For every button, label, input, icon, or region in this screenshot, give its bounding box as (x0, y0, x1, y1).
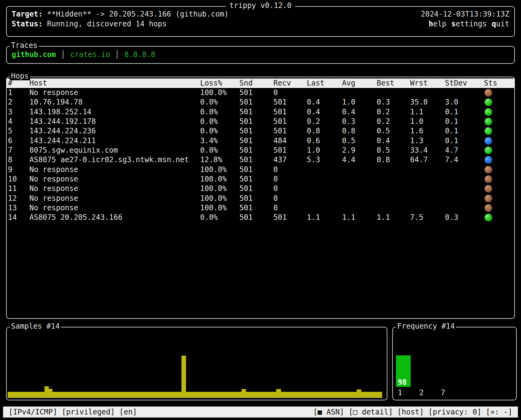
hop-14-avg: 1.1 (342, 213, 377, 222)
hop-row-3[interactable]: 3143.198.252.140.0%5015010.40.40.21.10.1 (7, 107, 514, 117)
hop-12-best (377, 194, 410, 203)
hop-14-last: 1.1 (307, 213, 342, 222)
hop-10-best (377, 174, 410, 184)
app-title: trippy v0.12.0 (226, 1, 295, 10)
hop-row-4[interactable]: 4143.244.192.1780.0%5015010.20.30.21.00.… (7, 117, 514, 126)
hop-11-stdev (445, 184, 484, 193)
hop-8-wrst: 64.7 (410, 155, 445, 165)
hop-12-snd: 501 (239, 194, 273, 203)
status-dot-green (485, 108, 492, 116)
hop-2-snd: 501 (239, 97, 273, 107)
hop-2-best: 0.3 (377, 97, 410, 107)
menu-quit[interactable]: quit (492, 20, 509, 28)
samples-spike-4 (276, 389, 281, 398)
hop-row-5[interactable]: 5143.244.224.2360.0%5015010.80.80.51.60.… (7, 126, 514, 136)
hops-table-header: #HostLoss%SndRecvLastAvgBestWrstStDevSts (7, 78, 514, 88)
hop-13-recv: 0 (273, 203, 307, 213)
samples-title: Samples #14 (10, 322, 61, 330)
status-dot-brown (485, 185, 492, 193)
samples-spike-1 (48, 389, 52, 398)
status-dot-green (485, 127, 492, 135)
hop-12-avg (342, 194, 377, 203)
hop-10-avg (342, 174, 377, 184)
hop-7-avg: 2.9 (342, 146, 377, 155)
hop-10-status-cell (484, 174, 512, 184)
column-header-recv: Recv (273, 78, 307, 88)
freq-bar-value: 98 (398, 378, 407, 387)
hop-14-status-cell (484, 213, 512, 222)
hop-row-10[interactable]: 10No response100.0%5010 (7, 174, 514, 184)
status-line: Status: Running, discovered 14 hops help… (7, 19, 514, 29)
samples-spike-5 (357, 389, 361, 398)
hop-10-last (307, 174, 342, 184)
menu: helpsettingsquit (424, 19, 509, 29)
hop-row-11[interactable]: 11No response100.0%5010 (7, 184, 514, 193)
hop-7-stdev: 4.7 (445, 146, 484, 155)
trace-tab-github.com[interactable]: github.com (12, 50, 56, 59)
hop-8-avg: 4.4 (342, 155, 377, 165)
hop-row-13[interactable]: 13No response100.0%5010 (7, 203, 514, 213)
hop-5-best: 0.5 (377, 126, 410, 136)
hop-row-1[interactable]: 1No response100.0%5010 (7, 88, 514, 97)
header-panel: trippy v0.12.0 Target: **Hidden** -> 20.… (6, 6, 515, 37)
hop-5-recv: 501 (273, 126, 307, 136)
hop-3-loss: 0.0% (200, 107, 239, 117)
hop-5-last: 0.8 (307, 126, 342, 136)
status-label: Status: (12, 20, 43, 28)
column-header-loss: Loss% (200, 78, 239, 88)
hop-row-2[interactable]: 210.76.194.780.0%5015010.41.00.335.03.0 (7, 97, 514, 107)
hop-11-best (377, 184, 410, 193)
hop-6-recv: 484 (273, 136, 307, 146)
hop-8-last: 5.3 (307, 155, 342, 165)
hop-12-status-cell (484, 194, 512, 203)
hop-8-stdev: 7.4 (445, 155, 484, 165)
hop-row-14[interactable]: 14AS8075 20.205.243.1660.0%5015011.11.11… (7, 213, 514, 222)
timestamp: 2024-12-03T13:39:13Z (421, 9, 509, 19)
status-bar: [IPv4/ICMP] [privileged] [en] [■ ASN] [□… (3, 407, 518, 418)
hop-1-loss: 100.0% (200, 88, 239, 97)
hop-4-recv: 501 (273, 117, 307, 126)
hop-4-wrst: 1.0 (410, 117, 445, 126)
target-label: Target: (12, 10, 43, 18)
hop-4-host: 143.244.192.178 (29, 117, 200, 126)
hop-11-loss: 100.0% (200, 184, 239, 193)
hop-11-host: No response (29, 184, 200, 193)
status-dot-green (485, 98, 492, 106)
frequency-chart: 98127 (396, 330, 514, 398)
hop-1-best (377, 88, 410, 97)
hop-8-snd: 501 (239, 155, 273, 165)
hop-4-status-cell (484, 117, 512, 126)
trace-separator: │ (61, 50, 65, 59)
hop-7-status-cell (484, 146, 512, 155)
column-header-last: Last (307, 78, 342, 88)
hop-row-9[interactable]: 9No response100.0%5010 (7, 165, 514, 174)
hop-9-status-cell (484, 165, 512, 174)
hop-row-7[interactable]: 78075.sgw.equinix.com0.0%5015011.02.90.5… (7, 146, 514, 155)
status-dot-brown (485, 204, 492, 212)
hop-13-host: No response (29, 203, 200, 213)
trace-separator: │ (115, 50, 119, 59)
menu-settings[interactable]: settings (451, 20, 487, 28)
hop-2-wrst: 35.0 (410, 97, 445, 107)
hop-row-6[interactable]: 6143.244.224.2113.4%5014840.60.50.41.30.… (7, 136, 514, 146)
hop-2-host: 10.76.194.78 (29, 97, 200, 107)
hop-row-8[interactable]: 8AS8075 ae27-0.icr02.sg3.ntwk.msn.net12.… (7, 155, 514, 165)
hop-12-wrst (410, 194, 445, 203)
hop-9-stdev (445, 165, 484, 174)
samples-spike-0 (44, 386, 49, 398)
trace-tab-crates.io[interactable]: crates.io (70, 50, 110, 59)
hops-panel: Hops #HostLoss%SndRecvLastAvgBestWrstStD… (6, 77, 515, 319)
hop-6-best: 0.4 (377, 136, 410, 146)
hop-11-recv: 0 (273, 184, 307, 193)
hop-12-num: 12 (8, 194, 29, 203)
trace-tab-8.8.8.8[interactable]: 8.8.8.8 (124, 50, 155, 59)
menu-help[interactable]: help (429, 20, 447, 28)
hop-row-12[interactable]: 12No response100.0%5010 (7, 194, 514, 203)
hop-12-stdev (445, 194, 484, 203)
hop-13-status-cell (484, 203, 512, 213)
hop-9-best (377, 165, 410, 174)
hop-7-last: 1.0 (307, 146, 342, 155)
hop-13-last (307, 203, 342, 213)
hop-5-wrst: 1.6 (410, 126, 445, 136)
hop-5-host: 143.244.224.236 (29, 126, 200, 136)
